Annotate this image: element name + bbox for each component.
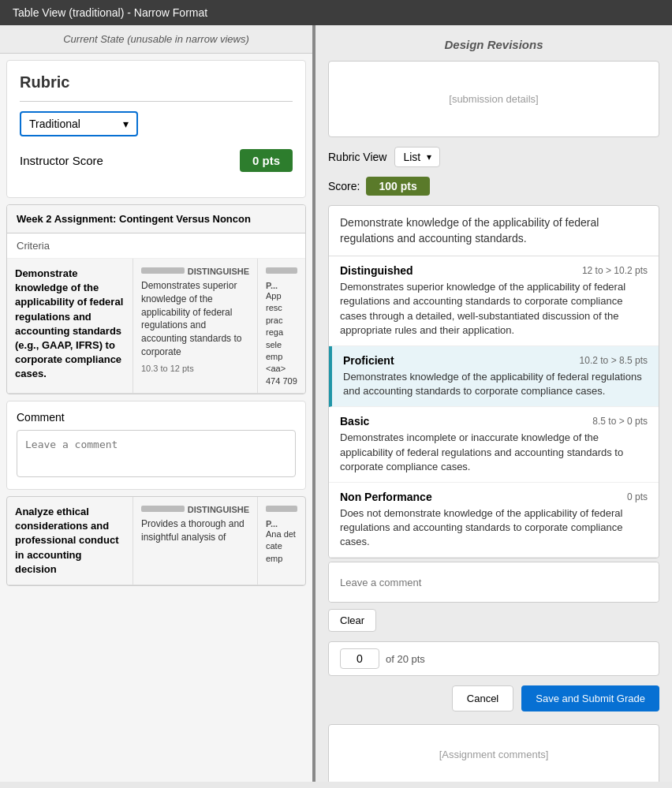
rubric-table-2: Analyze ethical considerations and profe… xyxy=(6,496,306,586)
rubric-view-row: Rubric View List ▾ xyxy=(328,147,659,167)
top-bar: Table View (traditional) - Narrow Format xyxy=(0,0,672,25)
rubric-view-label: Rubric View xyxy=(328,151,386,163)
rubric-view-select[interactable]: List ▾ xyxy=(394,147,440,167)
right-comment-box xyxy=(328,562,659,603)
distinguished-header: DISTINGUISHE xyxy=(188,267,249,276)
assignment-comments-text: [Assignment comments] xyxy=(439,749,549,760)
rating-range: 10.3 to 12 pts xyxy=(141,364,249,373)
cancel-button[interactable]: Cancel xyxy=(452,685,513,711)
distinguished-text: Demonstrates superior knowledge of the a… xyxy=(141,279,249,359)
criterion-card: Demonstrate knowledge of the applicabili… xyxy=(328,205,659,558)
rating-nonperformance-desc: Does not demonstrate knowledge of the ap… xyxy=(329,506,659,558)
clear-button[interactable]: Clear xyxy=(328,609,376,632)
rubric-view-option: List xyxy=(403,151,420,163)
comment-label: Comment xyxy=(17,411,296,424)
score-label: Score: xyxy=(328,180,360,192)
criteria-cell-2: Analyze ethical considerations and profe… xyxy=(7,497,133,584)
pts-input[interactable] xyxy=(340,648,379,669)
top-bar-title: Table View (traditional) - Narrow Format xyxy=(13,6,207,19)
proficient-text-2: Ana det cate emp xyxy=(266,528,297,565)
left-panel-header: Current State (unusable in narrow views) xyxy=(0,25,312,54)
rubric-view-chevron-icon: ▾ xyxy=(427,151,431,162)
rating-cell-proficient: P... App resc prac rega sele emp <aa> 47… xyxy=(258,259,305,393)
rating-distinguished-name: Distinguished xyxy=(340,264,413,277)
rating-basic[interactable]: Basic 8.5 to > 0 pts Demonstrates incomp… xyxy=(329,407,659,483)
design-revisions-title: Design Revisions xyxy=(328,38,659,51)
chevron-down-icon: ▾ xyxy=(123,118,129,130)
instructor-score-badge: 0 pts xyxy=(240,149,293,172)
criteria-row-1: Demonstrate knowledge of the applicabili… xyxy=(7,259,305,394)
criteria-cell-1: Demonstrate knowledge of the applicabili… xyxy=(7,259,133,393)
pts-of-label: of 20 pts xyxy=(386,653,425,665)
score-row: Score: 100 pts xyxy=(328,177,659,196)
rubric-table-header: Week 2 Assignment: Contingent Versus Non… xyxy=(7,205,305,233)
rating-nonperformance-name: Non Performance xyxy=(340,491,432,503)
rating-cell-2-distinguished: DISTINGUISHE Provides a thorough and ins… xyxy=(133,497,258,584)
action-row: Cancel Save and Submit Grade xyxy=(328,685,659,711)
rating-nonperformance-pts: 0 pts xyxy=(627,491,648,502)
rating-nonperformance[interactable]: Non Performance 0 pts Does not demonstra… xyxy=(329,483,659,558)
score-value-badge: 100 pts xyxy=(366,177,429,196)
instructor-score-row: Instructor Score 0 pts xyxy=(20,149,293,172)
rating-basic-name: Basic xyxy=(340,415,369,428)
criterion-title: Demonstrate knowledge of the applicabili… xyxy=(329,206,659,256)
view-select-label: Traditional xyxy=(29,118,80,130)
proficient-text: App resc prac rega sele emp <aa> 474 709 xyxy=(266,290,297,385)
rating-proficient-desc: Demonstrates knowledge of the applicabil… xyxy=(332,370,659,406)
rating-proficient[interactable]: Proficient 10.2 to > 8.5 pts Demonstrate… xyxy=(329,346,659,407)
rating-distinguished-desc: Demonstrates superior knowledge of the a… xyxy=(329,280,659,345)
rating-basic-pts: 8.5 to > 0 pts xyxy=(592,416,648,427)
rubric-title: Rubric xyxy=(20,73,293,91)
left-panel: Current State (unusable in narrow views)… xyxy=(0,25,315,782)
submission-details-box: [submission details] xyxy=(328,61,659,137)
rubric-criteria-label: Criteria xyxy=(7,233,305,259)
comment-section: Comment xyxy=(6,401,306,490)
rating-distinguished-pts: 12 to > 10.2 pts xyxy=(582,265,648,276)
rating-basic-desc: Demonstrates incomplete or inaccurate kn… xyxy=(329,431,659,482)
right-comment-input[interactable] xyxy=(329,562,659,602)
submission-details-text: [submission details] xyxy=(449,93,538,105)
rating-proficient-pts: 10.2 to > 8.5 pts xyxy=(580,355,648,366)
assignment-comments-box: [Assignment comments] xyxy=(328,724,659,782)
distinguished-text-2: Provides a thorough and insightful analy… xyxy=(141,517,249,544)
view-select-dropdown[interactable]: Traditional ▾ xyxy=(20,111,138,136)
rating-cell-2-proficient: P... Ana det cate emp xyxy=(258,497,305,584)
instructor-score-label: Instructor Score xyxy=(20,154,103,167)
save-submit-button[interactable]: Save and Submit Grade xyxy=(521,685,659,711)
pts-row: of 20 pts xyxy=(328,641,659,676)
right-panel: Design Revisions [submission details] Ru… xyxy=(315,25,672,782)
rubric-container: Rubric Traditional ▾ Instructor Score 0 … xyxy=(6,60,306,198)
rating-proficient-name: Proficient xyxy=(343,354,394,367)
distinguished-header-2: DISTINGUISHE xyxy=(188,505,249,514)
rating-cell-distinguished: DISTINGUISHE Demonstrates superior knowl… xyxy=(133,259,258,393)
criteria-row-2: Analyze ethical considerations and profe… xyxy=(7,497,305,585)
rating-distinguished[interactable]: Distinguished 12 to > 10.2 pts Demonstra… xyxy=(329,256,659,346)
comment-textarea[interactable] xyxy=(17,430,296,477)
rubric-table: Week 2 Assignment: Contingent Versus Non… xyxy=(6,204,306,394)
